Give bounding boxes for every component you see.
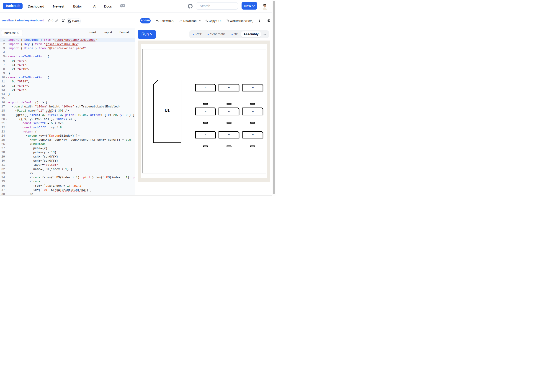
svg-text:K1: K1 <box>205 134 207 135</box>
svg-text:K8: K8 <box>228 87 230 88</box>
svg-text:U1: U1 <box>165 108 170 112</box>
svg-text:K6: K6 <box>252 111 254 112</box>
svg-text:K5: K5 <box>228 111 230 112</box>
svg-text:K4: K4 <box>205 111 207 112</box>
svg-text:K3: K3 <box>252 134 254 135</box>
svg-text:K7: K7 <box>205 87 207 88</box>
svg-text:K9: K9 <box>252 87 254 88</box>
svg-text:K2: K2 <box>228 134 230 135</box>
